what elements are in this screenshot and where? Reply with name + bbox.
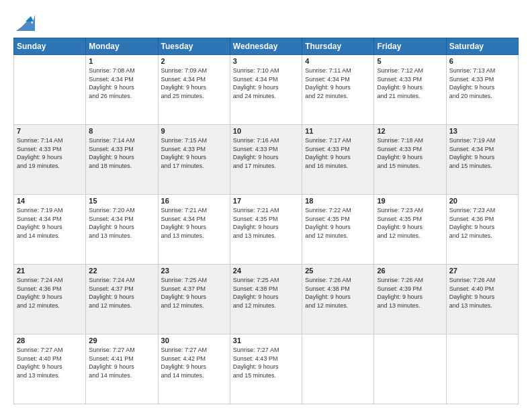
calendar-cell: 3Sunrise: 7:10 AMSunset: 4:34 PMDaylight… (230, 55, 302, 125)
day-number: 26 (377, 267, 443, 275)
calendar-cell: 25Sunrise: 7:26 AMSunset: 4:38 PMDayligh… (302, 265, 374, 334)
calendar-page: SundayMondayTuesdayWednesdayThursdayFrid… (0, 0, 532, 411)
day-number: 10 (233, 127, 299, 135)
day-info: Sunrise: 7:27 AMSunset: 4:40 PMDaylight:… (17, 346, 83, 379)
weekday-header: Tuesday (158, 38, 230, 55)
day-number: 27 (449, 267, 515, 275)
day-info: Sunrise: 7:27 AMSunset: 4:42 PMDaylight:… (161, 346, 227, 379)
calendar-cell (446, 334, 518, 404)
day-number: 17 (233, 197, 299, 205)
day-info: Sunrise: 7:19 AMSunset: 4:34 PMDaylight:… (17, 206, 83, 240)
calendar-row: 1Sunrise: 7:08 AMSunset: 4:34 PMDaylight… (14, 55, 519, 125)
calendar-cell (302, 334, 374, 404)
calendar-cell: 5Sunrise: 7:12 AMSunset: 4:33 PMDaylight… (374, 55, 446, 125)
calendar-cell: 22Sunrise: 7:24 AMSunset: 4:37 PMDayligh… (86, 265, 158, 334)
calendar-cell (374, 334, 446, 404)
day-info: Sunrise: 7:21 AMSunset: 4:35 PMDaylight:… (233, 206, 299, 240)
day-number: 21 (17, 267, 83, 275)
calendar-cell: 6Sunrise: 7:13 AMSunset: 4:33 PMDaylight… (446, 55, 518, 125)
day-info: Sunrise: 7:24 AMSunset: 4:37 PMDaylight:… (89, 276, 154, 310)
svg-marker-1 (26, 16, 34, 21)
day-info: Sunrise: 7:26 AMSunset: 4:38 PMDaylight:… (305, 276, 371, 310)
day-info: Sunrise: 7:21 AMSunset: 4:34 PMDaylight:… (161, 206, 227, 240)
day-info: Sunrise: 7:15 AMSunset: 4:33 PMDaylight:… (161, 136, 227, 170)
day-info: Sunrise: 7:22 AMSunset: 4:35 PMDaylight:… (305, 206, 371, 240)
day-number: 20 (449, 197, 515, 205)
day-number: 11 (305, 127, 371, 135)
calendar-cell: 20Sunrise: 7:23 AMSunset: 4:36 PMDayligh… (446, 195, 518, 265)
weekday-header: Wednesday (230, 38, 302, 55)
calendar-cell: 31Sunrise: 7:27 AMSunset: 4:43 PMDayligh… (230, 334, 302, 404)
day-info: Sunrise: 7:19 AMSunset: 4:34 PMDaylight:… (449, 136, 515, 170)
day-number: 18 (305, 197, 371, 205)
weekday-header: Friday (374, 38, 446, 55)
calendar-cell: 16Sunrise: 7:21 AMSunset: 4:34 PMDayligh… (158, 195, 230, 265)
svg-marker-0 (16, 15, 35, 31)
calendar-cell: 11Sunrise: 7:17 AMSunset: 4:33 PMDayligh… (302, 125, 374, 195)
day-number: 3 (233, 57, 299, 65)
day-number: 23 (161, 267, 227, 275)
day-number: 22 (89, 267, 154, 275)
calendar-cell: 14Sunrise: 7:19 AMSunset: 4:34 PMDayligh… (14, 195, 86, 265)
calendar-cell: 18Sunrise: 7:22 AMSunset: 4:35 PMDayligh… (302, 195, 374, 265)
calendar-cell: 24Sunrise: 7:25 AMSunset: 4:38 PMDayligh… (230, 265, 302, 334)
logo-icon (16, 12, 35, 31)
day-info: Sunrise: 7:24 AMSunset: 4:36 PMDaylight:… (17, 276, 83, 310)
day-info: Sunrise: 7:18 AMSunset: 4:33 PMDaylight:… (377, 136, 443, 170)
day-info: Sunrise: 7:27 AMSunset: 4:41 PMDaylight:… (89, 346, 154, 379)
day-info: Sunrise: 7:08 AMSunset: 4:34 PMDaylight:… (89, 66, 154, 100)
calendar-cell: 4Sunrise: 7:11 AMSunset: 4:34 PMDaylight… (302, 55, 374, 125)
day-number: 15 (89, 197, 154, 205)
day-number: 2 (161, 57, 227, 65)
calendar-cell: 17Sunrise: 7:21 AMSunset: 4:35 PMDayligh… (230, 195, 302, 265)
day-number: 28 (17, 336, 83, 345)
calendar-cell: 29Sunrise: 7:27 AMSunset: 4:41 PMDayligh… (86, 334, 158, 404)
day-info: Sunrise: 7:25 AMSunset: 4:38 PMDaylight:… (233, 276, 299, 310)
calendar-cell: 19Sunrise: 7:23 AMSunset: 4:35 PMDayligh… (374, 195, 446, 265)
day-number: 29 (89, 336, 154, 345)
day-info: Sunrise: 7:12 AMSunset: 4:33 PMDaylight:… (377, 66, 443, 100)
day-info: Sunrise: 7:26 AMSunset: 4:40 PMDaylight:… (449, 276, 515, 310)
logo (13, 12, 35, 31)
calendar-cell: 26Sunrise: 7:26 AMSunset: 4:39 PMDayligh… (374, 265, 446, 334)
calendar-table: SundayMondayTuesdayWednesdayThursdayFrid… (13, 38, 519, 404)
day-info: Sunrise: 7:10 AMSunset: 4:34 PMDaylight:… (233, 66, 299, 100)
day-info: Sunrise: 7:09 AMSunset: 4:34 PMDaylight:… (161, 66, 227, 100)
day-info: Sunrise: 7:27 AMSunset: 4:43 PMDaylight:… (233, 346, 299, 379)
calendar-cell: 27Sunrise: 7:26 AMSunset: 4:40 PMDayligh… (446, 265, 518, 334)
calendar-cell: 9Sunrise: 7:15 AMSunset: 4:33 PMDaylight… (158, 125, 230, 195)
header (13, 12, 519, 31)
day-number: 9 (161, 127, 227, 135)
day-number: 14 (17, 197, 83, 205)
day-number: 25 (305, 267, 371, 275)
day-info: Sunrise: 7:14 AMSunset: 4:33 PMDaylight:… (89, 136, 154, 170)
day-number: 1 (89, 57, 154, 65)
day-number: 24 (233, 267, 299, 275)
calendar-row: 28Sunrise: 7:27 AMSunset: 4:40 PMDayligh… (14, 334, 519, 404)
day-number: 4 (305, 57, 371, 65)
day-number: 5 (377, 57, 443, 65)
day-info: Sunrise: 7:16 AMSunset: 4:33 PMDaylight:… (233, 136, 299, 170)
day-number: 31 (233, 336, 299, 345)
calendar-cell: 23Sunrise: 7:25 AMSunset: 4:37 PMDayligh… (158, 265, 230, 334)
calendar-cell: 15Sunrise: 7:20 AMSunset: 4:34 PMDayligh… (86, 195, 158, 265)
day-number: 12 (377, 127, 443, 135)
calendar-cell: 8Sunrise: 7:14 AMSunset: 4:33 PMDaylight… (86, 125, 158, 195)
day-number: 6 (449, 57, 515, 65)
day-number: 19 (377, 197, 443, 205)
calendar-cell: 2Sunrise: 7:09 AMSunset: 4:34 PMDaylight… (158, 55, 230, 125)
day-number: 7 (17, 127, 83, 135)
calendar-cell: 13Sunrise: 7:19 AMSunset: 4:34 PMDayligh… (446, 125, 518, 195)
weekday-header: Thursday (302, 38, 374, 55)
day-info: Sunrise: 7:23 AMSunset: 4:35 PMDaylight:… (377, 206, 443, 240)
calendar-cell: 10Sunrise: 7:16 AMSunset: 4:33 PMDayligh… (230, 125, 302, 195)
day-number: 8 (89, 127, 154, 135)
day-info: Sunrise: 7:25 AMSunset: 4:37 PMDaylight:… (161, 276, 227, 310)
calendar-cell: 21Sunrise: 7:24 AMSunset: 4:36 PMDayligh… (14, 265, 86, 334)
day-info: Sunrise: 7:13 AMSunset: 4:33 PMDaylight:… (449, 66, 515, 100)
day-number: 13 (449, 127, 515, 135)
calendar-row: 14Sunrise: 7:19 AMSunset: 4:34 PMDayligh… (14, 195, 519, 265)
day-info: Sunrise: 7:11 AMSunset: 4:34 PMDaylight:… (305, 66, 371, 100)
weekday-header: Sunday (14, 38, 86, 55)
calendar-row: 7Sunrise: 7:14 AMSunset: 4:33 PMDaylight… (14, 125, 519, 195)
